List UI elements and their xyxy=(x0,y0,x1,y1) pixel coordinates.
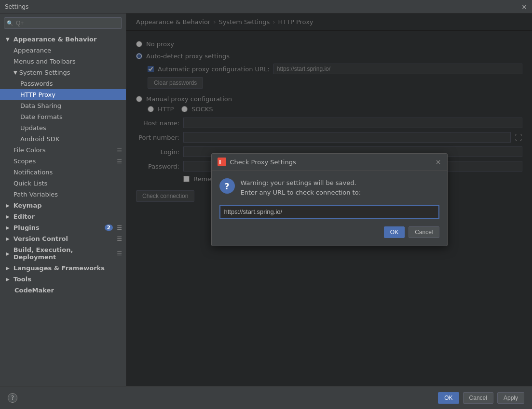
modal-buttons: OK Cancel xyxy=(219,226,439,238)
search-input[interactable] xyxy=(4,17,122,29)
sidebar-item-file-colors[interactable]: File Colors ☰ xyxy=(0,145,126,156)
settings-icon: ☰ xyxy=(117,158,122,165)
chevron-right-icon: ▶ xyxy=(6,225,10,230)
chevron-down-icon: ▼ xyxy=(6,37,10,42)
sidebar-group-label: Tools xyxy=(14,276,31,283)
modal-ok-button[interactable]: OK xyxy=(384,226,405,238)
sidebar-group-label: CodeMaker xyxy=(14,287,54,294)
ok-button[interactable]: OK xyxy=(438,392,459,404)
svg-text:I: I xyxy=(219,159,221,166)
modal-overlay: I Check Proxy Settings × ? Warning: your… xyxy=(126,13,532,386)
sidebar-item-system-settings[interactable]: ▼ System Settings xyxy=(0,67,126,78)
modal-title-bar: I Check Proxy Settings × xyxy=(212,154,447,171)
content-area: Appearance & Behavior › System Settings … xyxy=(126,13,532,386)
sidebar-item-label: System Settings xyxy=(19,69,70,76)
sidebar-item-scopes[interactable]: Scopes ☰ xyxy=(0,156,126,167)
modal-close-icon[interactable]: × xyxy=(436,158,441,166)
modal-warning-line2: Enter any URL to check connection to: xyxy=(241,189,361,196)
check-proxy-modal: I Check Proxy Settings × ? Warning: your… xyxy=(211,153,448,246)
sidebar-item-label: Path Variables xyxy=(14,191,58,198)
main-layout: 🔍 ▼ Appearance & Behavior Appearance Men… xyxy=(0,13,532,386)
warning-icon: ? xyxy=(219,178,235,194)
sidebar-subitem-label: Data Sharing xyxy=(20,102,61,109)
search-icon: 🔍 xyxy=(7,20,14,26)
chevron-right-icon: ▶ xyxy=(6,214,10,219)
sidebar-item-android-sdk[interactable]: Android SDK xyxy=(0,133,126,145)
sidebar-group-label: Build, Execution, Deployment xyxy=(14,246,115,261)
settings-icon: ☰ xyxy=(117,224,122,231)
sidebar-item-tools[interactable]: ▶ Tools xyxy=(0,274,126,285)
modal-cancel-button[interactable]: Cancel xyxy=(409,226,439,238)
sidebar-subitem-label: HTTP Proxy xyxy=(20,91,55,98)
settings-icon: ☰ xyxy=(117,147,122,154)
sidebar-group-label: Version Control xyxy=(14,235,68,242)
sidebar-item-label: Menus and Toolbars xyxy=(14,58,76,65)
modal-app-icon: I xyxy=(218,158,226,166)
sidebar-item-label: Appearance xyxy=(14,47,51,54)
chevron-right-icon: ▶ xyxy=(6,236,10,241)
sidebar-subitem-label: Android SDK xyxy=(20,135,59,143)
modal-body: ? Warning: your settings will be saved. … xyxy=(212,171,447,246)
search-box[interactable]: 🔍 xyxy=(4,17,122,29)
sidebar-group-label: Plugins xyxy=(14,224,40,231)
sidebar-item-keymap[interactable]: ▶ Keymap xyxy=(0,200,126,211)
sidebar-subitem-label: Date Formats xyxy=(20,113,63,120)
cancel-button[interactable]: Cancel xyxy=(463,392,493,404)
sidebar-item-label: Scopes xyxy=(14,158,36,165)
sidebar: 🔍 ▼ Appearance & Behavior Appearance Men… xyxy=(0,13,126,386)
settings-icon: ☰ xyxy=(117,236,122,242)
sidebar-group-label: Appearance & Behavior xyxy=(14,36,97,43)
sidebar-subitem-label: Updates xyxy=(20,124,46,132)
sidebar-item-date-formats[interactable]: Date Formats xyxy=(0,111,126,122)
title-bar: Settings × xyxy=(0,0,532,13)
sidebar-subitem-label: Passwords xyxy=(20,80,53,87)
plugins-badge: 2 xyxy=(105,224,113,231)
title-bar-title: Settings xyxy=(5,3,28,10)
sidebar-item-menus-toolbars[interactable]: Menus and Toolbars xyxy=(0,56,126,67)
sidebar-item-editor[interactable]: ▶ Editor xyxy=(0,211,126,222)
modal-warning-line1: Warning: your settings will be saved. xyxy=(241,179,356,186)
sidebar-item-appearance[interactable]: Appearance xyxy=(0,45,126,56)
sidebar-item-updates[interactable]: Updates xyxy=(0,122,126,133)
sidebar-item-passwords[interactable]: Passwords xyxy=(0,78,126,89)
chevron-right-icon: ▶ xyxy=(6,203,10,208)
sidebar-item-notifications[interactable]: Notifications xyxy=(0,167,126,178)
sidebar-item-label: File Colors xyxy=(14,146,46,154)
close-icon[interactable]: × xyxy=(521,3,527,11)
sidebar-group-label: Keymap xyxy=(14,202,42,209)
chevron-right-icon: ▶ xyxy=(6,251,10,256)
sidebar-item-build-execution[interactable]: ▶ Build, Execution, Deployment ☰ xyxy=(0,244,126,263)
apply-button[interactable]: Apply xyxy=(497,392,524,404)
bottom-bar: ? OK Cancel Apply xyxy=(0,386,532,409)
settings-icon: ☰ xyxy=(117,250,122,257)
sidebar-section: ▼ Appearance & Behavior Appearance Menus… xyxy=(0,33,126,297)
help-icon[interactable]: ? xyxy=(8,393,17,403)
modal-url-input[interactable] xyxy=(219,205,439,219)
modal-warning-row: ? Warning: your settings will be saved. … xyxy=(219,178,439,197)
sidebar-item-http-proxy[interactable]: HTTP Proxy xyxy=(0,89,126,100)
sidebar-group-label: Editor xyxy=(14,213,35,220)
modal-warning-text: Warning: your settings will be saved. En… xyxy=(241,178,361,197)
sidebar-item-label: Notifications xyxy=(14,169,53,176)
modal-title: Check Proxy Settings xyxy=(230,158,432,166)
chevron-down-icon: ▼ xyxy=(14,70,17,75)
sidebar-item-label: Quick Lists xyxy=(14,180,47,187)
sidebar-item-path-variables[interactable]: Path Variables xyxy=(0,189,126,200)
sidebar-item-data-sharing[interactable]: Data Sharing xyxy=(0,100,126,111)
sidebar-item-languages-frameworks[interactable]: ▶ Languages & Frameworks xyxy=(0,263,126,274)
sidebar-item-plugins[interactable]: ▶ Plugins 2 ☰ xyxy=(0,222,126,233)
chevron-right-icon: ▶ xyxy=(6,265,10,271)
sidebar-item-quick-lists[interactable]: Quick Lists xyxy=(0,178,126,189)
sidebar-item-appearance-behavior[interactable]: ▼ Appearance & Behavior xyxy=(0,34,126,45)
sidebar-item-codemaker[interactable]: CodeMaker xyxy=(0,285,126,296)
chevron-right-icon: ▶ xyxy=(6,277,10,282)
sidebar-item-version-control[interactable]: ▶ Version Control ☰ xyxy=(0,233,126,244)
sidebar-group-label: Languages & Frameworks xyxy=(14,264,105,272)
